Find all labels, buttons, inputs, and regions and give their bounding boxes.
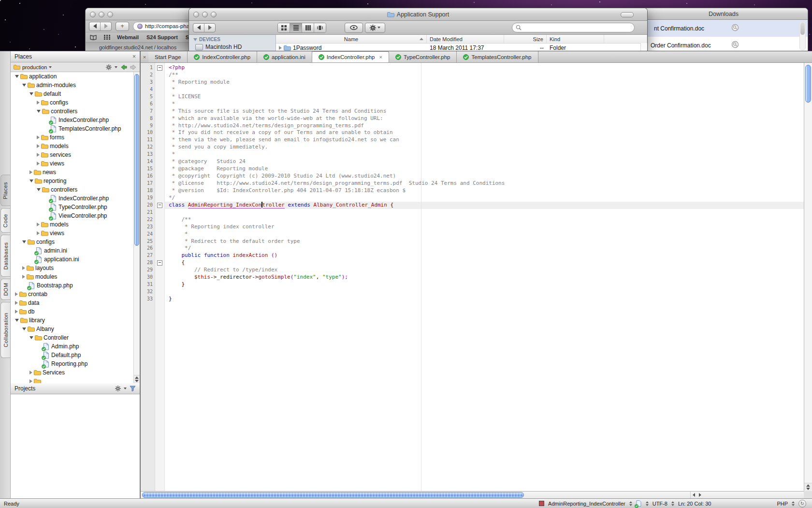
devices-section-header[interactable]: DEVICES: [193, 37, 276, 42]
browser-tab[interactable]: goldfinger.studio24.net / localhos: [99, 45, 176, 50]
code-line[interactable]: *: [165, 101, 804, 108]
collapse-triangle-icon[interactable]: [22, 328, 26, 330]
close-tab-icon[interactable]: ×: [379, 54, 382, 60]
back-button[interactable]: [89, 22, 100, 30]
tree-item[interactable]: application: [11, 72, 140, 81]
go-forward-arrow-icon[interactable]: [130, 64, 137, 70]
quick-look-button[interactable]: [345, 23, 363, 33]
tree-item[interactable]: TypeController.php: [11, 203, 140, 211]
sync-status-icon[interactable]: ↻: [798, 500, 806, 508]
horizontal-scrollbar[interactable]: [141, 491, 804, 498]
encoding-indicator[interactable]: UTF-8: [652, 501, 667, 507]
code-line[interactable]: * @version $Id: IndexController.php 404 …: [165, 187, 804, 194]
top-sites-grid-icon[interactable]: [104, 35, 110, 40]
places-root-selector[interactable]: production: [22, 64, 47, 70]
code-line[interactable]: class AdminReporting_IndexController ext…: [165, 202, 804, 209]
code-line[interactable]: *: [165, 231, 804, 238]
tree-item[interactable]: admin-modules: [11, 81, 140, 90]
code-line[interactable]: * @license http://www.studio24.net/terms…: [165, 180, 804, 187]
column-header-size[interactable]: Size: [504, 35, 547, 43]
tree-item[interactable]: IndexController.php: [11, 194, 140, 203]
scroll-down-icon[interactable]: [135, 380, 139, 382]
code-line[interactable]: * which are available via the world-wide…: [165, 115, 804, 122]
expand-triangle-icon[interactable]: [37, 162, 40, 165]
editor-tab[interactable]: TemplatesController.php: [457, 51, 538, 62]
scroll-right-icon[interactable]: [699, 493, 701, 497]
bookmark-item[interactable]: S24 Support: [146, 34, 178, 40]
file-status-icon[interactable]: [636, 500, 642, 507]
expand-triangle-icon[interactable]: [37, 153, 40, 157]
tree-item[interactable]: library: [11, 316, 140, 325]
editor-tab[interactable]: IndexController.php: [188, 51, 257, 62]
new-tab-button[interactable]: +: [116, 22, 129, 31]
tree-item[interactable]: IndexController.php: [11, 116, 140, 124]
expand-triangle-icon[interactable]: [29, 379, 32, 383]
tree-item[interactable]: application.ini: [11, 255, 140, 264]
splitter-icon[interactable]: [792, 501, 795, 506]
downloads-scroll-thumb[interactable]: [800, 22, 805, 35]
collapse-triangle-icon[interactable]: [37, 188, 41, 191]
tree-scrollbar[interactable]: [133, 72, 140, 383]
code-line[interactable]: <?php: [165, 64, 804, 72]
side-tab-dom[interactable]: DOM: [0, 279, 10, 300]
splitter-icon[interactable]: [646, 501, 649, 506]
tree-item[interactable]: Reporting.php: [11, 359, 140, 368]
tree-item[interactable]: configs: [11, 238, 140, 246]
tree-scroll-thumb[interactable]: [134, 74, 139, 246]
expand-triangle-icon[interactable]: [22, 266, 25, 270]
close-window-button[interactable]: [193, 12, 199, 17]
tree-item[interactable]: configs: [11, 98, 140, 107]
tree-item[interactable]: Default.php: [11, 351, 140, 359]
collapse-triangle-icon[interactable]: [22, 84, 26, 87]
expand-triangle-icon[interactable]: [22, 275, 25, 279]
code-line[interactable]: * http://www.studio24.net/terms/design_p…: [165, 122, 804, 130]
expand-triangle-icon[interactable]: [29, 170, 32, 174]
code-line[interactable]: * @category Studio 24: [165, 158, 804, 165]
scroll-down-icon[interactable]: [806, 488, 810, 490]
go-back-arrow-icon[interactable]: [120, 64, 127, 70]
code-line[interactable]: /**: [165, 216, 804, 224]
editor-tab[interactable]: Start Page: [148, 51, 188, 62]
editor-tab[interactable]: TypeController.php: [389, 51, 457, 62]
collapse-triangle-icon[interactable]: [29, 336, 33, 339]
expand-triangle-icon[interactable]: [37, 144, 40, 148]
code-line[interactable]: * Reporting module: [165, 79, 804, 86]
tree-item[interactable]: news: [11, 168, 140, 177]
editor-tab[interactable]: IndexController.php×: [312, 51, 389, 62]
collapse-triangle-icon[interactable]: [29, 179, 33, 182]
code-line[interactable]: * @package Reporting module: [165, 165, 804, 173]
tree-item[interactable]: admin.ini: [11, 246, 140, 255]
tree-item[interactable]: crontab: [11, 290, 140, 299]
code-line[interactable]: // Redirect to /type/index: [165, 267, 804, 274]
vertical-scrollbar[interactable]: [804, 63, 812, 491]
icon-view-button[interactable]: [278, 23, 290, 32]
code-line[interactable]: * Redirect to the default order type: [165, 238, 804, 245]
scroll-up-icon[interactable]: [806, 484, 810, 487]
downloads-scrollbar[interactable]: [799, 21, 806, 50]
tree-item[interactable]: views: [11, 159, 140, 168]
code-line[interactable]: * Reporting index controller: [165, 224, 804, 231]
tree-item[interactable]: views: [11, 229, 140, 238]
expand-triangle-icon[interactable]: [29, 371, 32, 374]
tree-item[interactable]: data: [11, 299, 140, 307]
finder-search-field[interactable]: [512, 23, 635, 32]
reveal-magnifier-icon[interactable]: [731, 24, 740, 33]
editor-tab[interactable]: application.ini: [257, 51, 312, 62]
forward-button[interactable]: [204, 24, 215, 32]
zoom-window-button[interactable]: [107, 12, 113, 17]
side-tab-places[interactable]: Places: [0, 175, 10, 206]
code-line[interactable]: $this->_redirector->gotoSimple("index", …: [165, 274, 804, 281]
list-view-button[interactable]: [290, 23, 302, 32]
fold-marker-icon[interactable]: [157, 260, 162, 266]
gear-icon[interactable]: [106, 64, 112, 70]
code-line[interactable]: * LICENSE: [165, 93, 804, 101]
code-line[interactable]: * This source file is subject to the Stu…: [165, 108, 804, 115]
collapse-triangle-icon[interactable]: [15, 319, 19, 322]
code-line[interactable]: * @copyright Copyright (c) 2009-2010 Stu…: [165, 173, 804, 180]
tree-item[interactable]: models: [11, 142, 140, 150]
minimize-window-button[interactable]: [99, 12, 104, 17]
back-button[interactable]: [193, 24, 204, 32]
code-line[interactable]: */: [165, 245, 804, 252]
vertical-scroll-thumb[interactable]: [805, 65, 811, 103]
zoom-window-button[interactable]: [211, 12, 217, 17]
